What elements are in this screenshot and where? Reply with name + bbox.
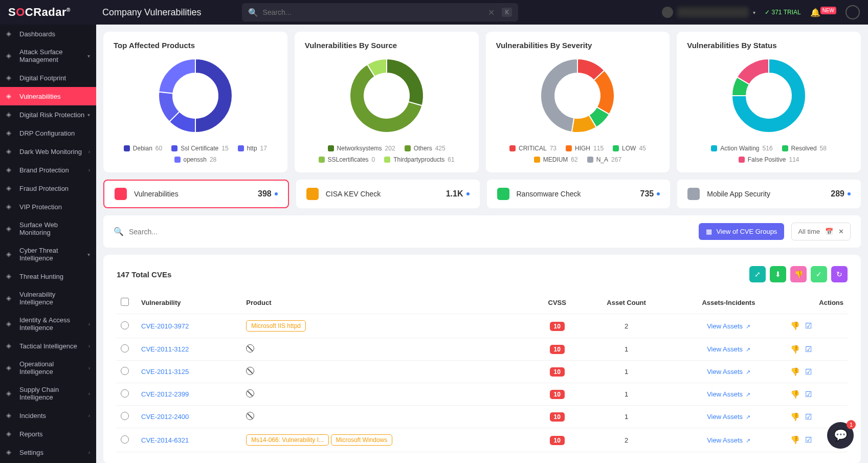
chat-fab[interactable]: 💬 1 [827, 422, 854, 449]
legend-item[interactable]: N_A 267 [587, 156, 621, 163]
view-assets-link[interactable]: View Assets ↗ [707, 436, 750, 444]
cve-link[interactable]: CVE-2011-3125 [141, 368, 189, 376]
thumbs-down-icon[interactable]: 👎 [790, 435, 800, 445]
top-search-input[interactable] [262, 8, 488, 16]
clear-icon[interactable]: ✕ [488, 8, 495, 17]
cve-search-input[interactable] [129, 228, 692, 236]
legend-item[interactable]: Networksystems 202 [328, 145, 395, 152]
col-product[interactable]: Product [242, 292, 532, 314]
sidebar-item-vip-protection[interactable]: ◈ VIP Protection [0, 197, 96, 216]
row-checkbox[interactable] [121, 367, 129, 375]
tile-vulnerabilities[interactable]: Vulnerabilities 398 [103, 180, 289, 208]
info-dot-icon[interactable] [275, 192, 278, 195]
clear-icon[interactable]: ✕ [838, 228, 844, 235]
sidebar-item-fraud-protection[interactable]: ◈ Fraud Protection [0, 179, 96, 197]
cve-link[interactable]: CVE-2011-3122 [141, 345, 189, 353]
table-action-button-2[interactable]: 👎 [790, 266, 807, 282]
check-icon[interactable]: ☑ [805, 367, 812, 377]
sidebar-item-dark-web-monitoring[interactable]: ◈ Dark Web Monitoring › [0, 142, 96, 161]
view-assets-link[interactable]: View Assets ↗ [707, 390, 750, 398]
row-checkbox[interactable] [121, 435, 129, 444]
legend-item[interactable]: CRITICAL 73 [509, 145, 557, 152]
table-action-button-0[interactable]: ⤢ [749, 266, 766, 282]
check-icon[interactable]: ☑ [805, 412, 812, 422]
sidebar-item-incidents[interactable]: ◈ Incidents › [0, 406, 96, 425]
sidebar-item-digital-footprint[interactable]: ◈ Digital Footprint [0, 69, 96, 87]
legend-item[interactable]: LOW 45 [613, 145, 646, 152]
product-tag[interactable]: Microsoft Windows [331, 434, 393, 446]
tile-cisa-kev-check[interactable]: CISA KEV Check 1.1K [296, 180, 480, 208]
refresh-icon[interactable] [845, 5, 860, 19]
view-assets-link[interactable]: View Assets ↗ [707, 413, 750, 421]
thumbs-down-icon[interactable]: 👎 [790, 367, 800, 377]
company-selector[interactable]: ▾ [662, 7, 755, 18]
legend-item[interactable]: SSLcertificates 0 [319, 156, 375, 163]
legend-item[interactable]: HIGH 115 [566, 145, 604, 152]
sidebar-item-vulnerabilities[interactable]: ◈ Vulnerabilities [0, 87, 96, 105]
row-checkbox[interactable] [121, 412, 129, 420]
tile-mobile-app-security[interactable]: Mobile App Security 289 [677, 180, 861, 208]
thumbs-down-icon[interactable]: 👎 [790, 321, 800, 330]
sidebar-item-settings[interactable]: ◈ Settings › [0, 443, 96, 461]
info-dot-icon[interactable] [848, 192, 851, 195]
col-asset-count[interactable]: Asset Count [582, 292, 671, 314]
product-tag[interactable]: Ms14-066: Vulnerability I... [246, 434, 329, 446]
legend-item[interactable]: Action Waiting 516 [711, 145, 772, 152]
cve-link[interactable]: CVE-2014-6321 [141, 436, 189, 444]
sidebar-item-threat-hunting[interactable]: ◈ Threat Hunting [0, 267, 96, 285]
table-action-button-3[interactable]: ✓ [811, 266, 827, 282]
logo[interactable]: SOCRadar® [8, 6, 96, 19]
sidebar-item-attack-surface-management[interactable]: ◈ Attack Surface Management ▾ [0, 43, 96, 69]
table-action-button-1[interactable]: ⬇ [770, 266, 786, 282]
legend-item[interactable]: MEDIUM 62 [534, 156, 578, 163]
col-vulnerability[interactable]: Vulnerability [137, 292, 242, 314]
col-cvss[interactable]: CVSS [532, 292, 582, 314]
cve-link[interactable]: CVE-2012-2400 [141, 413, 189, 421]
sidebar-item-identity-access-intelligence[interactable]: ◈ Identity & Access Intelligence › [0, 311, 96, 337]
legend-item[interactable]: Thirdpartyproducts 61 [384, 156, 454, 163]
time-filter[interactable]: All time 📅 ✕ [791, 223, 851, 240]
sidebar-item-drp-configuration[interactable]: ◈ DRP Configuration [0, 124, 96, 142]
view-assets-link[interactable]: View Assets ↗ [707, 368, 750, 376]
view-cve-groups-button[interactable]: ▦ View of CVE Groups [699, 223, 784, 240]
sidebar-item-tactical-intelligence[interactable]: ◈ Tactical Intelligence › [0, 337, 96, 355]
sidebar-item-operational-intelligence[interactable]: ◈ Operational Intelligence › [0, 355, 96, 381]
legend-item[interactable]: False Positive 114 [739, 156, 799, 163]
check-icon[interactable]: ☑ [805, 321, 812, 330]
row-checkbox[interactable] [121, 321, 129, 329]
sidebar-item-vulnerability-intelligence[interactable]: ◈ Vulnerability Intelligence [0, 285, 96, 311]
thumbs-down-icon[interactable]: 👎 [790, 412, 800, 422]
legend-item[interactable]: openssh 28 [174, 156, 217, 163]
sidebar-item-reports[interactable]: ◈ Reports [0, 425, 96, 443]
check-icon[interactable]: ☑ [805, 390, 812, 399]
info-dot-icon[interactable] [657, 192, 660, 195]
top-search[interactable]: 🔍 ✕ K [242, 3, 518, 21]
legend-item[interactable]: Resolved 58 [782, 145, 827, 152]
cve-link[interactable]: CVE-2012-2399 [141, 390, 189, 398]
cve-link[interactable]: CVE-2010-3972 [141, 322, 189, 330]
view-assets-link[interactable]: View Assets ↗ [707, 345, 750, 353]
sidebar-item-surface-web-monitoring[interactable]: ◈ Surface Web Monitoring [0, 216, 96, 241]
check-icon[interactable]: ☑ [805, 435, 812, 445]
check-icon[interactable]: ☑ [805, 345, 812, 354]
select-all-checkbox[interactable] [121, 298, 129, 306]
sidebar-item-supply-chain-intelligence[interactable]: ◈ Supply Chain Intelligence › [0, 381, 96, 406]
sidebar-item-digital-risk-protection[interactable]: ◈ Digital Risk Protection ▾ [0, 105, 96, 124]
thumbs-down-icon[interactable]: 👎 [790, 345, 800, 354]
legend-item[interactable]: Others 425 [405, 145, 446, 152]
table-action-button-4[interactable]: ↻ [831, 266, 848, 282]
thumbs-down-icon[interactable]: 👎 [790, 390, 800, 399]
product-tag[interactable]: Microsoft IIS httpd [246, 320, 306, 332]
tile-ransomware-check[interactable]: Ransomware Check 735 [487, 180, 671, 208]
row-checkbox[interactable] [121, 344, 129, 352]
sidebar-item-dashboards[interactable]: ◈ Dashboards [0, 25, 96, 43]
info-dot-icon[interactable] [466, 192, 470, 195]
legend-item[interactable]: Debian 60 [124, 145, 162, 152]
col-assets-incidents[interactable]: Assets-Incidents [671, 292, 787, 314]
row-checkbox[interactable] [121, 389, 129, 398]
legend-item[interactable]: http 17 [238, 145, 267, 152]
legend-item[interactable]: Ssl Certificate 15 [171, 145, 228, 152]
sidebar-item-brand-protection[interactable]: ◈ Brand Protection › [0, 161, 96, 179]
notification-icon[interactable]: 🔔NEW [810, 8, 836, 17]
sidebar-item-cyber-threat-intelligence[interactable]: ◈ Cyber Threat Intelligence ▾ [0, 241, 96, 267]
